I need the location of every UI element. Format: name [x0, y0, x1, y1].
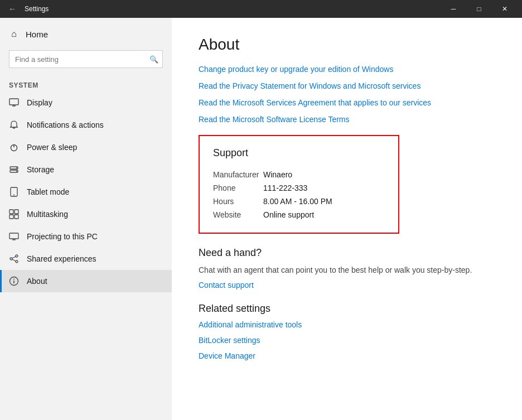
sidebar-projecting-label: Projecting to this PC — [27, 232, 98, 241]
content-link-1[interactable]: Read the Privacy Statement for Windows a… — [199, 81, 495, 90]
sidebar-section-label: System — [0, 77, 172, 91]
about-icon — [9, 276, 19, 286]
svg-rect-15 — [9, 233, 18, 239]
projecting-icon — [9, 231, 19, 242]
power-icon — [9, 142, 19, 152]
need-a-hand-desc: Chat with an agent that can point you to… — [199, 264, 495, 276]
support-row-website: Website Online support — [213, 208, 385, 221]
sidebar-home-label: Home — [26, 30, 48, 39]
svg-point-18 — [16, 255, 18, 257]
svg-point-20 — [16, 260, 18, 263]
svg-point-7 — [16, 167, 17, 168]
sidebar-item-multitasking[interactable]: Multitasking — [0, 203, 172, 225]
sidebar-item-power[interactable]: Power & sleep — [0, 136, 172, 158]
sidebar-item-notifications[interactable]: Notifications & actions — [0, 114, 172, 136]
back-button[interactable]: ← — [4, 1, 20, 17]
support-title: Support — [213, 147, 385, 159]
related-link-1[interactable]: BitLocker settings — [199, 336, 495, 345]
sidebar-item-projecting[interactable]: Projecting to this PC — [0, 225, 172, 248]
titlebar: ← Settings ─ □ ✕ — [0, 0, 522, 18]
content-link-3[interactable]: Read the Microsoft Software License Term… — [199, 115, 495, 124]
sidebar-notifications-label: Notifications & actions — [27, 120, 104, 129]
content-link-2[interactable]: Read the Microsoft Services Agreement th… — [199, 98, 495, 107]
svg-line-21 — [12, 257, 16, 258]
support-box: Support Manufacturer Winaero Phone 111-2… — [199, 135, 399, 234]
close-button[interactable]: ✕ — [492, 0, 518, 18]
minimize-button[interactable]: ─ — [441, 0, 466, 18]
svg-rect-13 — [9, 215, 13, 219]
svg-rect-12 — [14, 210, 18, 214]
sidebar: ⌂ Home 🔍 System Display — [0, 18, 172, 420]
svg-rect-14 — [14, 215, 18, 219]
storage-icon — [9, 165, 19, 175]
related-settings-title: Related settings — [199, 303, 495, 315]
search-input[interactable] — [9, 50, 163, 68]
tablet-icon — [9, 187, 19, 197]
multitasking-icon — [9, 209, 19, 219]
display-icon — [9, 98, 19, 108]
sidebar-multitasking-label: Multitasking — [27, 210, 68, 219]
support-label-phone: Phone — [213, 181, 263, 195]
contact-support-link[interactable]: Contact support — [199, 281, 495, 289]
svg-point-19 — [10, 258, 12, 260]
sidebar-storage-label: Storage — [27, 165, 54, 174]
sidebar-item-shared[interactable]: Shared experiences — [0, 248, 172, 270]
notifications-icon — [9, 120, 19, 130]
svg-point-25 — [13, 279, 14, 280]
svg-rect-0 — [9, 99, 18, 105]
support-value-hours: 8.00 AM - 16.00 PM — [263, 195, 385, 208]
support-value-phone: 111-222-333 — [263, 181, 385, 195]
content-link-0[interactable]: Change product key or upgrade your editi… — [199, 65, 495, 74]
svg-point-8 — [16, 171, 17, 172]
sidebar-tablet-label: Tablet mode — [27, 187, 69, 196]
sidebar-item-display[interactable]: Display — [0, 91, 172, 114]
support-value-website[interactable]: Online support — [263, 208, 385, 221]
sidebar-display-label: Display — [27, 98, 52, 107]
sidebar-item-storage[interactable]: Storage — [0, 158, 172, 181]
related-link-0[interactable]: Additional administrative tools — [199, 320, 495, 329]
sidebar-search-container: 🔍 — [9, 50, 163, 68]
support-row-hours: Hours 8.00 AM - 16.00 PM — [213, 195, 385, 208]
search-icon: 🔍 — [149, 55, 158, 64]
support-table: Manufacturer Winaero Phone 111-222-333 H… — [213, 168, 385, 221]
maximize-button[interactable]: □ — [466, 0, 492, 18]
svg-point-10 — [13, 195, 14, 196]
page-title: About — [199, 36, 495, 54]
sidebar-power-label: Power & sleep — [27, 143, 77, 152]
svg-line-22 — [12, 259, 16, 261]
main-content: About Change product key or upgrade your… — [172, 18, 522, 420]
sidebar-item-tablet[interactable]: Tablet mode — [0, 181, 172, 203]
home-icon: ⌂ — [9, 29, 19, 39]
sidebar-item-about[interactable]: About — [0, 270, 172, 292]
support-label-manufacturer: Manufacturer — [213, 168, 263, 181]
app-body: ⌂ Home 🔍 System Display — [0, 18, 522, 420]
support-label-hours: Hours — [213, 195, 263, 208]
support-value-manufacturer: Winaero — [263, 168, 385, 181]
shared-icon — [9, 254, 19, 264]
titlebar-title: Settings — [25, 5, 49, 13]
sidebar-shared-label: Shared experiences — [27, 254, 96, 263]
sidebar-item-home[interactable]: ⌂ Home — [0, 22, 172, 46]
sidebar-about-label: About — [27, 277, 47, 286]
need-a-hand-title: Need a hand? — [199, 247, 495, 259]
support-row-phone: Phone 111-222-333 — [213, 181, 385, 195]
support-row-manufacturer: Manufacturer Winaero — [213, 168, 385, 181]
support-label-website: Website — [213, 208, 263, 221]
window-controls: ─ □ ✕ — [441, 0, 518, 18]
related-link-2[interactable]: Device Manager — [199, 351, 495, 360]
svg-rect-11 — [9, 210, 13, 214]
